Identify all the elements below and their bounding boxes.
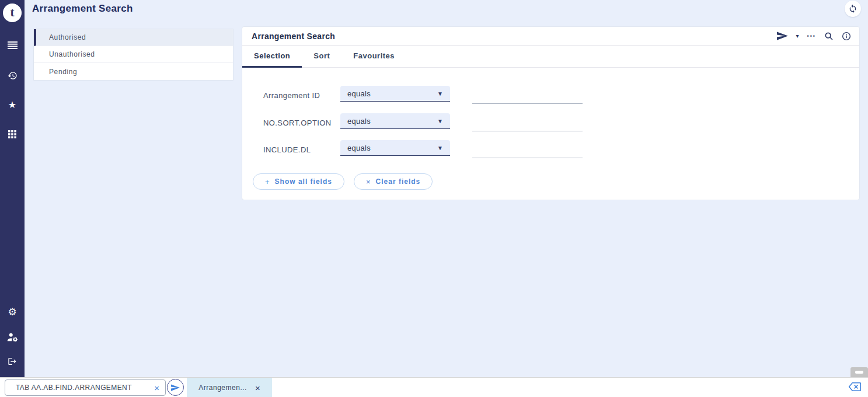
close-icon: ×: [255, 383, 260, 393]
tab-label: Selection: [254, 51, 290, 60]
form-actions: + Show all fields × Clear fields: [253, 173, 433, 190]
user-gear-glyph: [7, 333, 18, 342]
panel-title: Arrangement Search: [252, 32, 335, 41]
clear-fields-button[interactable]: × Clear fields: [354, 173, 433, 190]
paper-plane-icon: [171, 384, 180, 391]
history-glyph: [8, 71, 18, 81]
favourites-icon[interactable]: ★: [0, 95, 25, 114]
field-row-arrangement-id: Arrangement ID equals ▼: [263, 86, 583, 102]
backspace-button[interactable]: [848, 382, 861, 393]
info-button[interactable]: [842, 32, 851, 41]
show-all-fields-button[interactable]: + Show all fields: [253, 173, 344, 190]
operator-select[interactable]: equals ▼: [340, 140, 450, 156]
tab-favourites[interactable]: Favourites: [341, 46, 406, 68]
ellipsis-icon: •••: [807, 33, 816, 39]
field-value-input[interactable]: [472, 119, 583, 131]
sync-icon: [848, 4, 857, 13]
field-label: INCLUDE.DL: [263, 142, 340, 154]
paper-plane-icon: [777, 32, 788, 40]
plus-icon: +: [265, 177, 270, 186]
operator-value: equals: [347, 89, 371, 98]
session-tab-arrangement[interactable]: Arrangemen... ×: [187, 378, 272, 397]
dropdown-caret-icon: ▼: [437, 145, 443, 151]
gear-glyph: ⚙: [8, 306, 16, 318]
keyboard-toggle-handle: [855, 371, 863, 374]
queue-item-pending[interactable]: Pending: [34, 63, 233, 80]
apps-grid-icon[interactable]: [0, 124, 25, 144]
refresh-button[interactable]: [845, 1, 861, 17]
command-input-wrap: ×: [5, 379, 166, 396]
panel-toolbar: ▾ •••: [777, 32, 851, 41]
panel-header: Arrangement Search ▾ •••: [242, 27, 859, 46]
send-search-button[interactable]: [777, 32, 788, 40]
operator-value: equals: [347, 144, 371, 152]
operator-select[interactable]: equals ▼: [340, 86, 450, 102]
queue-item-authorised[interactable]: Authorised: [34, 29, 233, 46]
history-icon[interactable]: [0, 65, 25, 85]
field-row-include-dl: INCLUDE.DL equals ▼: [263, 140, 583, 156]
settings-icon[interactable]: ⚙: [0, 302, 25, 322]
dropdown-caret-icon: ▼: [437, 90, 443, 97]
send-options-caret[interactable]: ▾: [796, 33, 799, 39]
hamburger-icon: [8, 41, 18, 49]
arrangement-search-panel: Arrangement Search ▾ •••: [242, 26, 860, 200]
panel-tabs: Selection Sort Favourites: [242, 46, 859, 68]
temenos-logo[interactable]: t: [3, 4, 22, 22]
search-button[interactable]: [824, 32, 834, 41]
more-options-button[interactable]: •••: [807, 33, 816, 39]
field-label: Arrangement ID: [263, 88, 340, 100]
tab-sort[interactable]: Sort: [302, 46, 341, 68]
dropdown-caret-icon: ▼: [437, 118, 443, 124]
menu-icon[interactable]: [0, 35, 25, 55]
logout-glyph: [8, 357, 17, 366]
sidebar: t ★ ⚙: [0, 0, 25, 377]
field-value-input[interactable]: [472, 145, 583, 158]
command-input[interactable]: [16, 384, 151, 392]
button-label: Show all fields: [275, 177, 332, 186]
info-icon: [842, 32, 851, 41]
caret-down-icon: ▾: [796, 33, 799, 39]
grid-glyph: [8, 130, 16, 138]
command-bar: × Arrangemen... ×: [0, 377, 868, 397]
tab-label: Favourites: [353, 51, 395, 60]
queue-item-label: Pending: [49, 68, 77, 76]
tab-selection[interactable]: Selection: [242, 46, 302, 68]
logout-icon[interactable]: [0, 351, 25, 371]
clear-x-icon: ×: [366, 177, 371, 186]
user-admin-icon[interactable]: [0, 327, 25, 347]
queue-item-label: Unauthorised: [49, 50, 95, 58]
star-glyph: ★: [8, 99, 16, 110]
queue-item-unauthorised[interactable]: Unauthorised: [34, 46, 233, 63]
tab-label: Sort: [313, 51, 330, 60]
field-row-no-sort-option: NO.SORT.OPTION equals ▼: [263, 113, 583, 129]
close-icon: ×: [154, 383, 159, 393]
queue-item-label: Authorised: [49, 33, 86, 41]
command-clear-button[interactable]: ×: [151, 384, 159, 392]
operator-value: equals: [347, 117, 371, 126]
button-label: Clear fields: [376, 177, 421, 186]
operator-select[interactable]: equals ▼: [340, 113, 450, 129]
queue-list-panel: Authorised Unauthorised Pending: [33, 29, 233, 81]
field-value-input[interactable]: [472, 91, 583, 104]
keyboard-toggle-tab[interactable]: [850, 367, 868, 377]
command-send-button[interactable]: [167, 379, 184, 396]
field-label: NO.SORT.OPTION: [263, 115, 340, 127]
page-title: Arrangement Search: [32, 3, 133, 15]
session-tab-label: Arrangemen...: [198, 384, 247, 392]
backspace-icon: [848, 382, 861, 392]
session-tab-close-button[interactable]: ×: [255, 384, 260, 392]
search-icon: [824, 32, 834, 41]
logo-letter: t: [11, 6, 15, 19]
